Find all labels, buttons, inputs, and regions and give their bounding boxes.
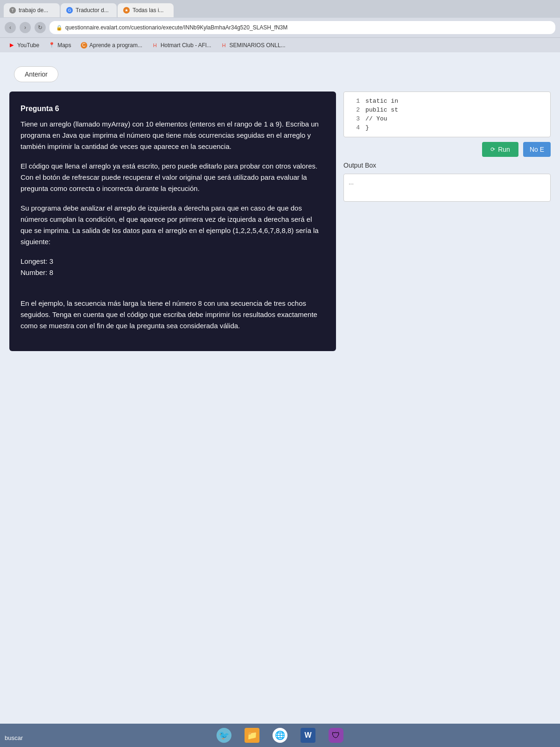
run-button[interactable]: ⟳ Run <box>482 142 518 157</box>
hotmart-icon: H <box>152 42 158 49</box>
code-line-3: 3 // You <box>344 114 550 123</box>
question-body: Tiene un arreglo (llamado myArray) con 1… <box>21 119 325 331</box>
bookmark-maps-label: Maps <box>57 42 71 49</box>
tab-3-icon: ★ <box>123 7 130 14</box>
number-line: Number: 8 <box>21 268 53 276</box>
line-num-4: 4 <box>349 124 360 131</box>
bookmark-hotmart[interactable]: H Hotmart Club - AFl... <box>148 41 215 49</box>
longest-line: Longest: 3 <box>21 257 53 265</box>
tab-1-label: trabajo de... <box>19 7 48 14</box>
question-paragraph-5: En el ejemplo, la secuencia más larga la… <box>21 298 325 331</box>
tab-2-icon: G <box>66 7 73 14</box>
address-bar-row: ‹ › ↻ 🔒 questionnaire.evalart.com/cuesti… <box>0 18 560 37</box>
no-button[interactable]: No E <box>523 142 551 157</box>
code-panel: 1 static in 2 public st 3 // You 4 } <box>343 92 551 351</box>
code-line-4: 4 } <box>344 123 550 132</box>
line-code-1: static in <box>365 98 398 105</box>
browser-chrome: T trabajo de... G Traductor d... ★ Todas… <box>0 0 560 52</box>
back-button[interactable]: ‹ <box>5 22 16 33</box>
question-paragraph-3: Su programa debe analizar el arreglo de … <box>21 203 325 247</box>
aprende-icon: C <box>81 42 87 49</box>
line-num-2: 2 <box>349 106 360 113</box>
code-line-2: 2 public st <box>344 106 550 114</box>
folder-icon: 📁 <box>245 728 259 743</box>
run-icon: ⟳ <box>490 146 495 153</box>
taskbar-shield[interactable]: 🛡 <box>327 726 345 745</box>
tab-bar: T trabajo de... G Traductor d... ★ Todas… <box>0 0 560 18</box>
tab-3-label: Todas las i... <box>133 7 164 14</box>
taskbar: buscar 🐦 📁 🌐 W 🛡 <box>0 724 560 747</box>
output-box: ... <box>343 174 551 202</box>
code-editor[interactable]: 1 static in 2 public st 3 // You 4 } <box>343 92 551 137</box>
bookmark-aprende[interactable]: C Aprende a program... <box>77 41 146 49</box>
bookmark-youtube[interactable]: ▶ YouTube <box>5 41 43 49</box>
line-code-2: public st <box>365 106 398 113</box>
anterior-button[interactable]: Anterior <box>14 66 58 82</box>
bookmark-youtube-label: YouTube <box>17 42 39 49</box>
run-row: ⟳ Run No E <box>343 142 551 157</box>
tab-1[interactable]: T trabajo de... <box>4 3 60 17</box>
bookmark-seminarios[interactable]: H SEMINARIOS ONLL... <box>217 41 289 49</box>
question-title: Pregunta 6 <box>21 103 325 115</box>
question-example-output: Longest: 3 Number: 8 <box>21 256 325 278</box>
tab-1-icon: T <box>9 7 16 14</box>
taskbar-word[interactable]: W <box>299 726 317 745</box>
chrome-icon: 🌐 <box>273 728 287 743</box>
tab-2-label: Traductor d... <box>76 7 109 14</box>
question-paragraph-1: Tiene un arreglo (llamado myArray) con 1… <box>21 119 325 152</box>
address-bar[interactable]: 🔒 questionnaire.evalart.com/cuestionario… <box>49 21 555 34</box>
taskbar-folder[interactable]: 📁 <box>243 726 261 745</box>
line-code-4: } <box>365 124 369 131</box>
bird-icon: 🐦 <box>217 728 231 743</box>
page-content: Anterior Pregunta 6 Tiene un arreglo (ll… <box>0 52 560 729</box>
seminarios-icon: H <box>221 42 227 49</box>
shield-icon: 🛡 <box>329 728 343 743</box>
bookmark-hotmart-label: Hotmart Club - AFl... <box>161 42 211 49</box>
line-num-1: 1 <box>349 98 360 105</box>
bookmarks-bar: ▶ YouTube 📍 Maps C Aprende a program... … <box>0 37 560 52</box>
code-line-1: 1 static in <box>344 97 550 106</box>
tab-3[interactable]: ★ Todas las i... <box>118 3 174 17</box>
run-label: Run <box>498 146 510 153</box>
bookmark-seminarios-label: SEMINARIOS ONLL... <box>230 42 286 49</box>
taskbar-chrome[interactable]: 🌐 <box>271 726 289 745</box>
main-layout: Pregunta 6 Tiene un arreglo (llamado myA… <box>0 92 560 351</box>
tab-2[interactable]: G Traductor d... <box>61 3 117 17</box>
refresh-button[interactable]: ↻ <box>35 22 46 33</box>
bookmark-aprende-label: Aprende a program... <box>90 42 142 49</box>
taskbar-bird[interactable]: 🐦 <box>215 726 233 745</box>
lock-icon: 🔒 <box>56 25 63 31</box>
search-label: buscar <box>5 734 23 741</box>
maps-icon: 📍 <box>49 42 55 49</box>
bookmark-maps[interactable]: 📍 Maps <box>45 41 75 49</box>
youtube-icon: ▶ <box>8 42 15 49</box>
address-text: questionnaire.evalart.com/cuestionario/e… <box>65 24 287 31</box>
line-code-3: // You <box>365 115 387 122</box>
forward-button[interactable]: › <box>20 22 31 33</box>
output-label: Output Box <box>343 162 551 169</box>
question-paragraph-2: El código que llena el arreglo ya está e… <box>21 161 325 194</box>
word-icon: W <box>301 728 315 743</box>
question-panel: Pregunta 6 Tiene un arreglo (llamado myA… <box>9 92 336 351</box>
line-num-3: 3 <box>349 115 360 122</box>
output-placeholder: ... <box>349 179 354 186</box>
